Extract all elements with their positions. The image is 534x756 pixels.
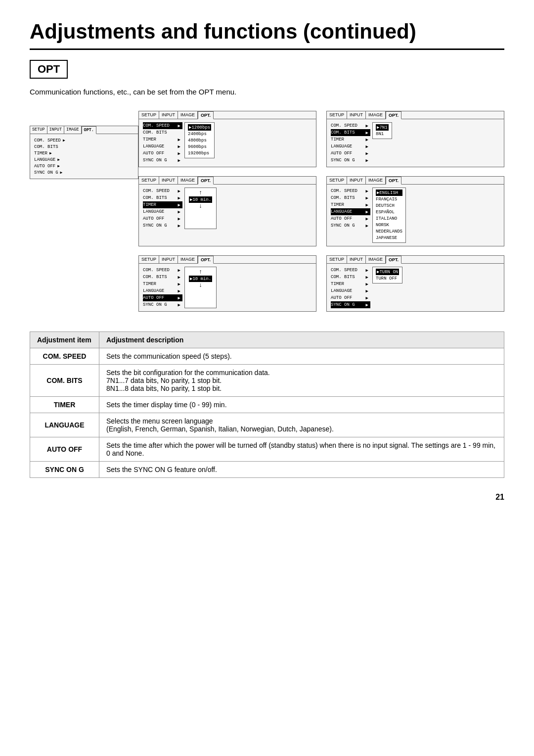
- arrow-up2-icon: ↑: [199, 269, 202, 276]
- desc-timer: Sets the timer display time (0 - 99) min…: [99, 397, 504, 413]
- sub-4800bps: 4800bps: [188, 137, 211, 143]
- item3-language: LANGUAGE ▶: [143, 208, 182, 215]
- item-com-speed: COM. SPEED ▶: [143, 122, 182, 129]
- item2-language: LANGUAGE ▶: [331, 143, 370, 150]
- desc-autooff: Sets the time after which the power will…: [99, 437, 504, 462]
- sub-deutsch: DEUTSCH: [376, 202, 402, 209]
- tab-setup: SETUP: [30, 126, 47, 134]
- item2-autooff: AUTO OFF ▶: [331, 150, 370, 157]
- sub-10min-auto: ▶10 min.: [189, 276, 212, 282]
- sub-nederlands: NEDERLANDS: [376, 228, 402, 235]
- menu-row-combits: COM. BITS: [34, 143, 134, 150]
- diagram-com-speed: SETUP INPUT IMAGE OPT. COM. SPEED ▶ COM.…: [138, 111, 316, 167]
- item6-syncong: SYNC ON G ▶: [331, 301, 370, 308]
- item6-timer: TIMER ▶: [331, 281, 370, 287]
- arrow-up-icon: ↑: [199, 189, 202, 196]
- item5-timer: TIMER ▶: [143, 281, 182, 287]
- diag5-tab-input: INPUT: [159, 256, 178, 263]
- desc-comspeed: Sets the communication speed (5 steps).: [99, 348, 504, 365]
- item5-language: LANGUAGE ▶: [143, 287, 182, 294]
- item3-com-speed: COM. SPEED ▶: [143, 188, 182, 194]
- table-row: COM. SPEED Sets the communication speed …: [30, 348, 504, 365]
- item4-com-bits: COM. BITS ▶: [331, 194, 370, 201]
- sub-10min: ▶10 min.: [189, 196, 212, 203]
- menu-row-comspeed: COM. SPEED ▶: [34, 137, 134, 143]
- diagram-timer: SETUP INPUT IMAGE OPT. COM. SPEED ▶ COM.…: [138, 176, 316, 246]
- item4-com-speed: COM. SPEED ▶: [331, 188, 370, 194]
- item5-com-speed: COM. SPEED ▶: [143, 267, 182, 274]
- table-header-description: Adjustment description: [99, 332, 504, 348]
- submenu-timer: ↑ ▶10 min. ↓: [184, 188, 217, 229]
- sub-7n1: ▶7N1: [376, 124, 389, 131]
- page-number: 21: [30, 493, 504, 502]
- diag3-tab-opt: OPT.: [198, 177, 214, 185]
- sub-turn-off: TURN OFF: [376, 275, 399, 282]
- submenu-autooff: ↑ ▶10 min. ↓: [184, 267, 217, 308]
- sub-japanese: JAPANESE: [376, 235, 402, 241]
- diag2-tab-opt: OPT.: [386, 111, 401, 119]
- diag5-tab-setup: SETUP: [139, 256, 159, 263]
- diag-tab-input: INPUT: [159, 111, 178, 119]
- item-syncong: SYNC ON G: [30, 462, 99, 478]
- desc-syncong: Sets the SYNC ON G feature on/off.: [99, 462, 504, 478]
- diag4-tab-input: INPUT: [347, 177, 366, 184]
- arrow-down2-icon: ↓: [199, 282, 202, 289]
- item-language: LANGUAGE ▶: [143, 143, 182, 150]
- tab-opt: OPT.: [82, 126, 96, 134]
- sub-turn-on: ▶TURN ON: [376, 269, 399, 275]
- diag2-tab-input: INPUT: [347, 111, 366, 119]
- item6-com-bits: COM. BITS ▶: [331, 274, 370, 281]
- diag2-tab-image: IMAGE: [366, 111, 386, 119]
- table-row: TIMER Sets the timer display time (0 - 9…: [30, 397, 504, 413]
- item5-syncong: SYNC ON G ▶: [143, 301, 182, 308]
- menu-row-timer: TIMER ▶: [34, 150, 134, 156]
- desc-language: Selects the menu screen language(English…: [99, 413, 504, 437]
- diag3-tab-setup: SETUP: [139, 177, 159, 184]
- item-com-bits: COM. BITS: [143, 129, 182, 136]
- diag6-tab-image: IMAGE: [366, 256, 386, 263]
- diag4-tab-image: IMAGE: [366, 177, 386, 184]
- submenu-diagrams: SETUP INPUT IMAGE OPT. COM. SPEED ▶ COM.…: [138, 111, 504, 312]
- diag3-tab-input: INPUT: [159, 177, 178, 184]
- item-combits: COM. BITS: [30, 365, 99, 397]
- sub-2400bps: 2400bps: [188, 131, 211, 137]
- diag-tab-image: IMAGE: [178, 111, 198, 119]
- intro-text: Communication functions, etc., can be se…: [30, 88, 504, 96]
- sub-italiano: ITALIANO: [376, 215, 402, 222]
- diag-tab-opt: OPT.: [198, 111, 214, 119]
- item-timer: TIMER: [30, 397, 99, 413]
- diag4-tab-opt: OPT.: [386, 177, 401, 185]
- item4-language: LANGUAGE ▶: [331, 208, 370, 215]
- page-title: Adjustments and functions (continued): [30, 20, 504, 50]
- item3-syncong: SYNC ON G ▶: [143, 222, 182, 229]
- arrow-down-icon: ↓: [199, 203, 202, 210]
- sub-19200bps: 19200bps: [188, 150, 211, 156]
- table-row: COM. BITS Sets the bit configuration for…: [30, 365, 504, 397]
- diag-tab-setup: SETUP: [139, 111, 159, 119]
- diagram-language: SETUP INPUT IMAGE OPT. COM. SPEED ▶ COM.…: [326, 176, 504, 246]
- sub-francais: FRANÇAIS: [376, 196, 402, 202]
- item3-autooff: AUTO OFF ▶: [143, 215, 182, 222]
- item-autooff: AUTO OFF ▶: [143, 150, 182, 157]
- table-row: SYNC ON G Sets the SYNC ON G feature on/…: [30, 462, 504, 478]
- diag6-tab-opt: OPT.: [386, 256, 401, 264]
- item-syncong: SYNC ON G ▶: [143, 157, 182, 164]
- item4-timer: TIMER ▶: [331, 201, 370, 208]
- menu-row-autooff: AUTO OFF ▶: [34, 163, 134, 169]
- diag2-tab-setup: SETUP: [327, 111, 347, 119]
- item6-autooff: AUTO OFF ▶: [331, 294, 370, 301]
- item3-timer: TIMER ▶: [143, 201, 182, 208]
- submenu-comspeed: ▶1200bps 2400bps 4800bps 9600bps 19200bp…: [184, 122, 215, 158]
- tab-input: INPUT: [47, 126, 65, 134]
- sub-9600bps: 9600bps: [188, 143, 211, 150]
- section-title: OPT: [30, 60, 68, 79]
- item6-com-speed: COM. SPEED ▶: [331, 267, 370, 274]
- diag3-tab-image: IMAGE: [178, 177, 198, 184]
- item2-com-bits: COM. BITS ▶: [331, 129, 370, 136]
- diagram-sync-on-g: SETUP INPUT IMAGE OPT. COM. SPEED ▶ COM.…: [326, 255, 504, 312]
- diag5-tab-opt: OPT.: [198, 256, 214, 264]
- main-menu-diagram: SETUP INPUT IMAGE OPT. COM. SPEED ▶ COM.…: [30, 126, 138, 312]
- desc-combits: Sets the bit configuration for the commu…: [99, 365, 504, 397]
- item-timer: TIMER ▶: [143, 136, 182, 143]
- submenu-combits: ▶7N1 8N1: [372, 122, 392, 139]
